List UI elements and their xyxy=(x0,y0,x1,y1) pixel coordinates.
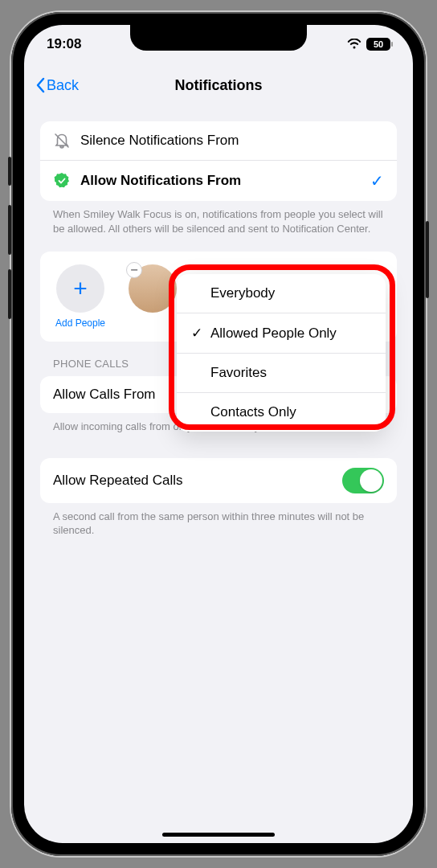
status-time: 19:08 xyxy=(47,36,81,52)
allow-label: Allow Notifications From xyxy=(80,173,361,189)
bell-slash-icon xyxy=(53,132,71,149)
verified-badge-icon xyxy=(53,172,71,190)
back-label: Back xyxy=(47,77,79,94)
mode-footer: When Smiley Walk Focus is on, notificati… xyxy=(40,201,397,235)
page-title: Notifications xyxy=(174,77,262,94)
popup-option-favorites[interactable]: Favorites xyxy=(177,354,386,393)
add-people-label: Add People xyxy=(55,317,105,329)
notch xyxy=(130,25,307,51)
repeated-label: Allow Repeated Calls xyxy=(53,473,183,489)
volume-up-button xyxy=(8,205,11,255)
popup-option-everybody[interactable]: Everybody xyxy=(177,274,386,313)
allow-calls-popup: Everybody ✓ Allowed People Only Favorite… xyxy=(177,274,386,432)
repeated-footer: A second call from the same person withi… xyxy=(40,503,397,538)
allow-repeated-calls-row: Allow Repeated Calls xyxy=(40,458,397,503)
popup-option-allowed[interactable]: ✓ Allowed People Only xyxy=(177,313,386,354)
status-right: 50 xyxy=(347,38,390,51)
silence-notifications-row[interactable]: Silence Notifications From xyxy=(40,121,397,160)
add-people-button[interactable]: Add People xyxy=(51,264,109,329)
checkmark-icon: ✓ xyxy=(191,325,204,342)
home-indicator[interactable] xyxy=(162,833,275,837)
power-button xyxy=(426,221,429,298)
chevron-left-icon xyxy=(35,77,45,93)
remove-person-button[interactable] xyxy=(126,262,142,278)
content: Silence Notifications From Allow Notific… xyxy=(40,121,397,827)
checkmark-icon: ✓ xyxy=(370,171,384,190)
phone-frame: 19:08 50 Back Notifications Silence Noti… xyxy=(11,12,426,856)
silence-label: Silence Notifications From xyxy=(80,133,384,149)
allow-notifications-row[interactable]: Allow Notifications From ✓ xyxy=(40,160,397,201)
repeated-toggle[interactable] xyxy=(342,468,384,493)
notification-mode-card: Silence Notifications From Allow Notific… xyxy=(40,121,397,201)
allow-calls-label: Allow Calls From xyxy=(53,387,156,403)
back-button[interactable]: Back xyxy=(35,77,79,94)
person-avatar[interactable] xyxy=(124,264,182,313)
avatar xyxy=(129,264,177,313)
plus-icon xyxy=(56,264,104,313)
nav-bar: Back Notifications xyxy=(24,67,413,104)
popup-option-contacts[interactable]: Contacts Only xyxy=(177,393,386,432)
wifi-icon xyxy=(347,39,361,50)
battery-icon: 50 xyxy=(366,38,390,51)
mute-switch xyxy=(8,157,11,186)
volume-down-button xyxy=(8,269,11,319)
screen: 19:08 50 Back Notifications Silence Noti… xyxy=(24,25,413,843)
